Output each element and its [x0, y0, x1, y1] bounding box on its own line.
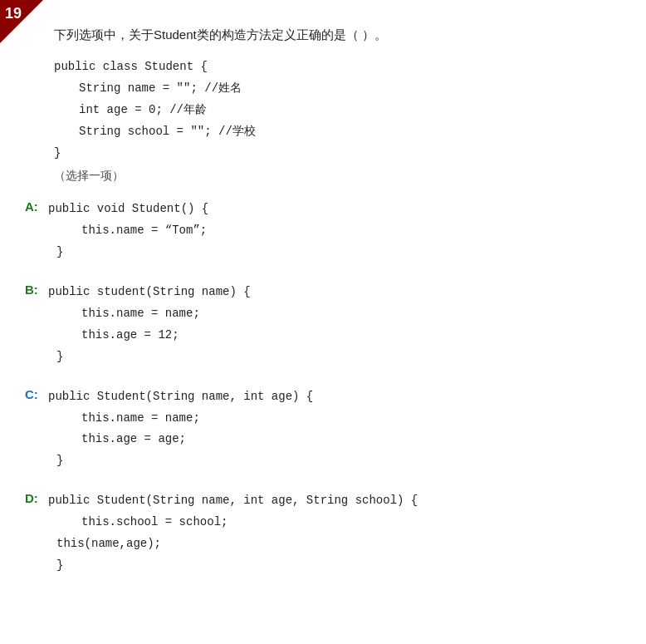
option-c-line3: this.age = age;: [48, 429, 313, 450]
option-a-line2: this.name = “Tom”;: [48, 220, 208, 242]
code-line-5: }: [54, 143, 621, 165]
option-a-row: A: public void Student() { this.name = “…: [25, 199, 621, 263]
option-c[interactable]: C: public Student(String name, int age) …: [25, 386, 621, 473]
option-d-line4: }: [48, 555, 418, 577]
code-line-4: String school = ""; //学校: [54, 121, 621, 143]
option-b-line4: }: [48, 347, 251, 368]
option-d[interactable]: D: public Student(String name, int age, …: [25, 490, 621, 577]
option-c-code: public Student(String name, int age) { t…: [48, 386, 313, 473]
option-b-line3: this.age = 12;: [48, 325, 251, 347]
code-line-2: String name = ""; //姓名: [54, 78, 621, 100]
option-c-line1: public Student(String name, int age) {: [48, 386, 313, 408]
option-c-row: C: public Student(String name, int age) …: [25, 386, 621, 473]
option-a-line1: public void Student() {: [48, 199, 208, 220]
class-code-block: public class Student { String name = "";…: [25, 57, 621, 164]
option-c-label: C:: [25, 387, 48, 401]
question-container: 19 下列选项中，关于Student类的构造方法定义正确的是（ ）。 publi…: [0, 0, 646, 644]
option-d-row: D: public Student(String name, int age, …: [25, 490, 621, 577]
option-a-line3: }: [48, 242, 208, 263]
option-a[interactable]: A: public void Student() { this.name = “…: [25, 199, 621, 263]
option-b-row: B: public student(String name) { this.na…: [25, 282, 621, 368]
option-d-code: public Student(String name, int age, Str…: [48, 490, 418, 577]
option-d-line3: this(name,age);: [48, 533, 418, 555]
option-c-line2: this.name = name;: [48, 408, 313, 430]
option-d-label: D:: [25, 491, 48, 505]
options-section: A: public void Student() { this.name = “…: [25, 199, 621, 576]
option-d-line1: public Student(String name, int age, Str…: [48, 490, 418, 512]
option-b-label: B:: [25, 283, 48, 297]
select-hint: （选择一项）: [25, 169, 621, 184]
option-b-code: public student(String name) { this.name …: [48, 282, 251, 368]
option-c-line4: }: [48, 450, 313, 472]
question-text: 下列选项中，关于Student类的构造方法定义正确的是（ ）。: [25, 25, 621, 45]
option-b-line2: this.name = name;: [48, 303, 251, 325]
option-b[interactable]: B: public student(String name) { this.na…: [25, 282, 621, 368]
option-d-line2: this.school = school;: [48, 512, 418, 533]
option-b-line1: public student(String name) {: [48, 282, 251, 303]
code-line-1: public class Student {: [54, 57, 621, 78]
option-a-code: public void Student() { this.name = “Tom…: [48, 199, 208, 263]
option-a-label: A:: [25, 199, 48, 214]
code-line-3: int age = 0; //年龄: [54, 100, 621, 121]
question-number: 19: [5, 5, 22, 22]
